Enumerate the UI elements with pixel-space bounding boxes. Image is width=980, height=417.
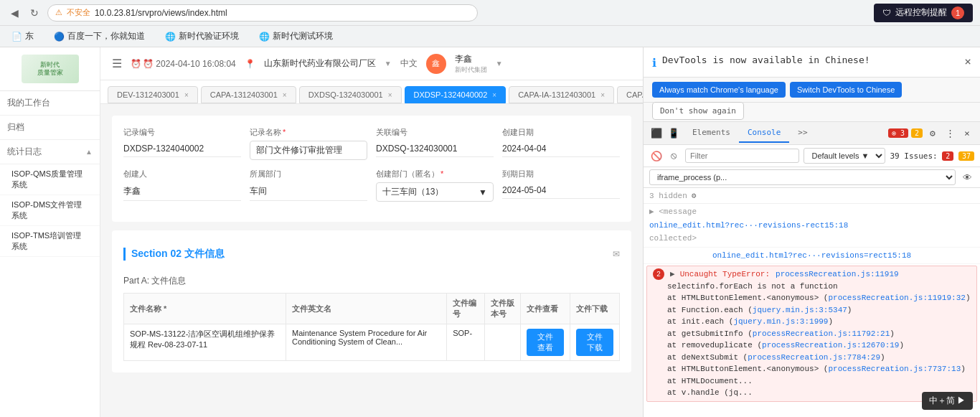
related-no-value: DXDSQ-1324030001 — [376, 141, 494, 157]
datetime-text: ⏰ 2024-04-10 16:08:04 — [143, 59, 236, 69]
switch-chinese-button[interactable]: Switch DevTools to Chinese — [790, 82, 902, 98]
more-options-icon[interactable]: ⋮ — [943, 126, 957, 141]
tab-capa[interactable]: CAPA-1312403001 × — [201, 86, 296, 103]
log-level-select[interactable]: Default levels ▼ — [804, 148, 885, 164]
stack-link-6[interactable]: processRecreation.js:7784:29 — [748, 353, 880, 362]
avatar: 鑫 — [426, 54, 446, 74]
tab-close-icon[interactable]: × — [283, 91, 287, 99]
send-icon[interactable]: ✉ — [613, 249, 620, 259]
tab-bar: DEV-1312403001 × CAPA-1312403001 × DXDSQ… — [100, 80, 643, 104]
bookmark-item-east[interactable]: 📄 东 — [7, 29, 38, 44]
devtools-toolbar-right: ⊗ 3 2 ⚙ ⋮ × — [888, 126, 974, 141]
reload-button[interactable]: ↻ — [27, 6, 42, 20]
inspect-element-icon[interactable]: ⬛ — [649, 126, 664, 141]
dept-label: 所属部门 — [250, 169, 367, 179]
tab-close-icon[interactable]: × — [492, 91, 496, 99]
expand-error-icon[interactable]: ▶ — [670, 268, 675, 281]
user-name[interactable]: 李鑫 — [455, 53, 487, 65]
record-no-value: DXDSP-1324040002 — [123, 141, 241, 157]
console-filter-input[interactable] — [685, 149, 799, 163]
stack-line-4: at getSubmitInfo (processRecreation.js:1… — [653, 328, 971, 340]
file-no-cell: SOP- — [447, 324, 485, 361]
stack-line-5: at removeduplicate (processRecreation.js… — [653, 339, 971, 352]
stack-link-5[interactable]: processRecreation.js:12670:19 — [762, 341, 899, 350]
stack-link-2[interactable]: jquery.min.js:3:5347 — [753, 306, 847, 314]
tab-more[interactable]: >> — [789, 123, 816, 143]
stack-link-4[interactable]: processRecreation.js:11792:21 — [753, 329, 890, 338]
stack-line-8: at HTMLDocument... — [653, 375, 971, 388]
bookmark-item-new-era-test[interactable]: 🌐 新时代测试环境 — [255, 29, 337, 44]
sidebar-item-archive[interactable]: 归档 — [0, 116, 100, 140]
file-name-cell: SOP-MS-13122-洁净区空调机组维护保养规程 Rev-08-23-07-… — [124, 324, 286, 361]
close-notification-button[interactable]: × — [964, 55, 971, 68]
bookmark-item-baidu[interactable]: 🔵 百度一下，你就知道 — [50, 29, 149, 44]
create-dept-value: 十三车间（13） — [382, 186, 443, 198]
sidebar-item-log[interactable]: 统计日志 ▲ — [0, 140, 100, 164]
collected-text: collected> — [649, 234, 697, 243]
bookmark-item-new-era-verify[interactable]: 🌐 新时代验证环境 — [161, 29, 243, 44]
close-devtools-button[interactable]: × — [960, 126, 974, 141]
field-dept: 所属部门 车间 — [250, 169, 367, 202]
file-view-button[interactable]: 文件查看 — [527, 329, 564, 356]
menu-icon[interactable]: ☰ — [112, 57, 122, 70]
device-toolbar-icon[interactable]: 📱 — [666, 126, 681, 141]
block-icon[interactable]: ⦸ — [666, 149, 681, 163]
bookmark-icon: 🔵 — [54, 32, 65, 42]
main-layout: 新时代质量管家 我的工作台 归档 统计日志 ▲ ISOP-QMS质量管理系统 I… — [0, 47, 980, 417]
company-name[interactable]: 山东新时代药业有限公司厂区 — [264, 57, 376, 70]
error-count-badge: ⊗ 3 — [888, 128, 908, 138]
stack-link-7[interactable]: processRecreation.js:7737:13 — [828, 365, 961, 373]
error-source-link-1[interactable]: processRecreation.js:11919 — [776, 268, 899, 281]
security-icon: ⚠ — [55, 8, 62, 17]
col-file-view: 文件查看 — [521, 294, 570, 324]
match-chrome-button[interactable]: Always match Chrome's language — [652, 82, 786, 98]
frame-selector[interactable]: iframe_process (p... — [649, 169, 956, 185]
tab-dev[interactable]: DEV-1312403001 × — [108, 86, 198, 103]
record-name-value[interactable]: 部门文件修订审批管理 — [250, 141, 367, 160]
stack-line-7: at HTMLButtonElement.<anonymous> (proces… — [653, 363, 971, 375]
log-link-1[interactable]: online_edit.html?rec···revisions-rect15:… — [649, 218, 974, 233]
log-message-1: ▶ <message online_edit.html?rec···revisi… — [644, 204, 980, 248]
col-file-no: 文件编号 — [447, 294, 485, 324]
record-name-label: 记录名称 — [250, 127, 367, 138]
sidebar-item-tms[interactable]: ISOP-TMS培训管理系统 — [0, 226, 100, 257]
creator-value: 李鑫 — [123, 182, 241, 201]
stack-line-6: at deNextSubmit (processRecreation.js:77… — [653, 352, 971, 364]
tab-close-icon[interactable]: × — [184, 91, 189, 99]
tab-capa-ia-1[interactable]: CAPA-IA-1312403001 × — [509, 86, 614, 103]
stack-link-1[interactable]: processRecreation.js:11919:32 — [828, 294, 965, 302]
language-selector[interactable]: 中文 — [400, 57, 418, 70]
tab-capa-ia-2[interactable]: CAPA-IA-1312403002 × — [617, 86, 643, 103]
dms-label: ISOP-DMS文件管理系统 — [11, 200, 82, 220]
stack-link-3[interactable]: jquery.min.js:3:1999 — [733, 317, 828, 326]
tab-dxdsp[interactable]: DXDSP-1324040002 × — [405, 86, 507, 103]
tab-close-icon[interactable]: × — [388, 91, 392, 99]
sidebar-item-workbench[interactable]: 我的工作台 — [0, 91, 100, 116]
address-bar[interactable]: ⚠ 不安全 10.0.23.81/srvpro/views/index.html — [47, 4, 478, 22]
back-button[interactable]: ◀ — [7, 6, 22, 20]
dept-value: 车间 — [250, 182, 367, 201]
file-table: 文件名称 * 文件英文名 文件编号 文件版本号 文件查看 文件下载 SOP-MS… — [123, 293, 620, 361]
settings-icon[interactable]: ⚙ — [925, 126, 940, 141]
sidebar-item-dms[interactable]: ISOP-DMS文件管理系统 — [0, 195, 100, 226]
file-download-button[interactable]: 文件下载 — [576, 329, 613, 356]
tab-close-icon[interactable]: × — [600, 91, 605, 99]
translate-overlay[interactable]: 中＋简 ▶ — [922, 392, 973, 410]
col-file-en: 文件英文名 — [286, 294, 446, 324]
tab-console[interactable]: Console — [739, 123, 789, 143]
dont-show-again-button[interactable]: Don't show again — [652, 102, 744, 120]
eye-icon[interactable]: 👁 — [960, 170, 974, 184]
file-download-cell: 文件下载 — [570, 324, 620, 361]
log-link-2[interactable]: online_edit.html?rec···revisions=rect15:… — [712, 251, 911, 260]
sidebar-item-qms[interactable]: ISOP-QMS质量管理系统 — [0, 164, 100, 195]
tab-elements[interactable]: Elements — [684, 123, 739, 143]
devtools-actions: Always match Chrome's language Switch De… — [644, 78, 980, 103]
bookmark-icon: 🌐 — [165, 32, 176, 42]
console-icons: 🚫 ⦸ — [649, 149, 681, 163]
tab-dxdsq[interactable]: DXDSQ-1324030001 × — [299, 86, 402, 103]
clear-console-icon[interactable]: 🚫 — [649, 149, 664, 163]
sidebar-logo: 新时代质量管家 — [0, 47, 100, 91]
hidden-settings-icon[interactable]: ⚙ — [692, 191, 697, 200]
create-dept-select[interactable]: 十三车间（13） ▼ — [376, 182, 494, 202]
warn-count: 2 — [915, 129, 919, 137]
